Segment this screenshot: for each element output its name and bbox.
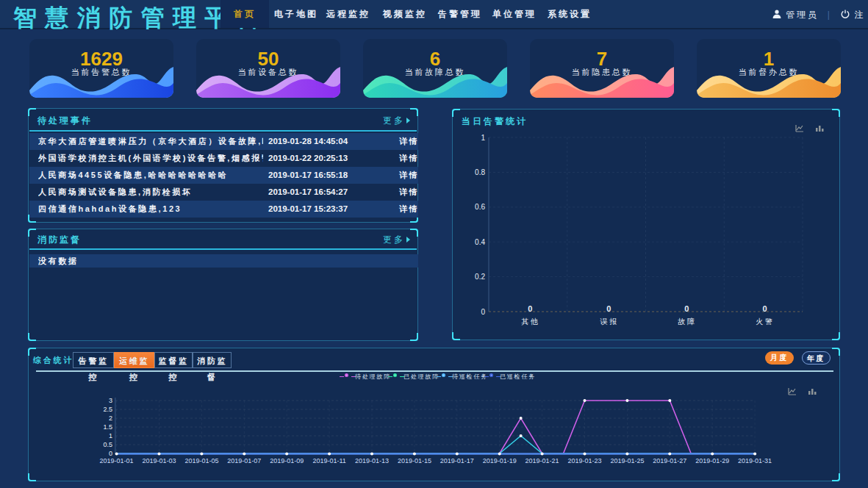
svg-text:0: 0 <box>763 304 767 313</box>
svg-text:2019-01-15: 2019-01-15 <box>398 457 431 464</box>
svg-text:0: 0 <box>481 308 485 316</box>
svg-text:1: 1 <box>481 134 485 142</box>
svg-text:故障: 故障 <box>678 317 697 326</box>
svg-text:3: 3 <box>109 397 112 404</box>
svg-text:2019-01-29: 2019-01-29 <box>695 457 729 464</box>
svg-text:0.5: 0.5 <box>103 441 112 448</box>
svg-text:2019-01-17: 2019-01-17 <box>440 457 474 464</box>
svg-text:0.2: 0.2 <box>475 273 485 281</box>
svg-text:1.5: 1.5 <box>103 423 112 431</box>
svg-text:误报: 误报 <box>600 317 619 326</box>
svg-text:2019-01-07: 2019-01-07 <box>227 457 261 464</box>
svg-text:2019-01-09: 2019-01-09 <box>270 457 304 464</box>
svg-text:0.8: 0.8 <box>475 168 485 176</box>
svg-text:1: 1 <box>109 432 112 439</box>
svg-text:2019-01-31: 2019-01-31 <box>738 457 772 464</box>
svg-text:2019-01-03: 2019-01-03 <box>142 457 176 464</box>
svg-text:火警: 火警 <box>756 317 775 326</box>
svg-text:2: 2 <box>109 415 112 422</box>
svg-text:0: 0 <box>606 304 611 313</box>
svg-text:0: 0 <box>109 450 112 457</box>
svg-text:0: 0 <box>684 304 689 313</box>
svg-text:2019-01-25: 2019-01-25 <box>610 457 644 464</box>
svg-text:0: 0 <box>528 304 532 313</box>
svg-text:2019-01-11: 2019-01-11 <box>312 457 345 464</box>
svg-text:2019-01-19: 2019-01-19 <box>483 457 517 464</box>
svg-text:2019-01-05: 2019-01-05 <box>184 457 218 464</box>
svg-text:0.4: 0.4 <box>475 238 485 246</box>
svg-text:2019-01-21: 2019-01-21 <box>526 457 559 464</box>
svg-text:2019-01-27: 2019-01-27 <box>653 457 686 464</box>
svg-text:2019-01-13: 2019-01-13 <box>355 457 389 464</box>
svg-text:2.5: 2.5 <box>103 406 112 413</box>
svg-text:2019-01-01: 2019-01-01 <box>100 457 134 464</box>
svg-text:其他: 其他 <box>522 317 540 326</box>
svg-text:0.6: 0.6 <box>475 203 485 211</box>
svg-text:2019-01-23: 2019-01-23 <box>567 457 601 464</box>
